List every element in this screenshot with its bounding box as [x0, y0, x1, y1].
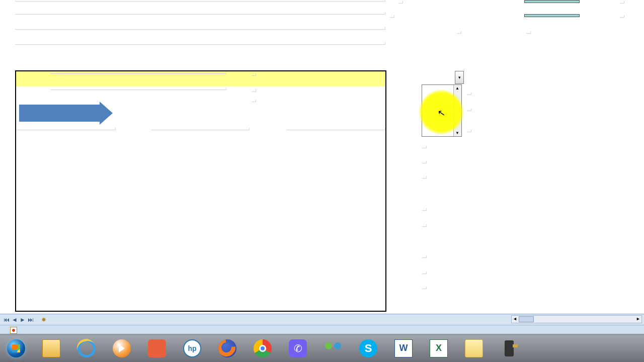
media-player-icon[interactable] — [110, 337, 134, 359]
chrome-icon[interactable] — [251, 337, 275, 359]
value-rollend — [620, 15, 624, 18]
sheet-tab-bar: ⏮ ◄ ► ⏭ ✸ — [0, 314, 644, 325]
info-cols — [422, 272, 427, 274]
dropdown-scrollbar[interactable] — [453, 85, 461, 136]
new-sheet-icon[interactable]: ✸ — [37, 315, 50, 324]
title-line4 — [15, 42, 385, 45]
info-zero — [422, 176, 427, 178]
label-first-cell — [390, 15, 394, 18]
title-line2 — [15, 12, 385, 15]
input-sheet-name[interactable] — [524, 0, 580, 3]
note-minmax — [252, 73, 256, 76]
bench-header-a — [17, 128, 116, 130]
total-candidates — [50, 87, 226, 90]
note-calc-2 — [252, 100, 256, 102]
value-rollstart — [620, 1, 624, 4]
title-line1 — [15, 0, 385, 2]
status-bar — [0, 325, 644, 335]
start-orb[interactable] — [4, 337, 28, 359]
people-icon[interactable] — [321, 337, 345, 359]
input-first-cell[interactable] — [524, 14, 580, 17]
roll-range — [50, 71, 226, 74]
label-sheet-name — [398, 1, 403, 4]
bench-header-b — [151, 128, 250, 130]
info-rows23 — [422, 287, 427, 289]
info-assigned — [467, 109, 471, 111]
device-icon[interactable] — [497, 337, 521, 359]
tab-nav[interactable]: ⏮ ◄ ► ⏭ — [0, 316, 37, 323]
excel-icon[interactable]: X — [427, 337, 451, 359]
tab-prev-icon[interactable]: ◄ — [11, 316, 18, 323]
info-print — [422, 255, 427, 258]
tab-next-icon[interactable]: ► — [19, 316, 26, 323]
horizontal-scrollbar[interactable] — [511, 315, 642, 323]
info-vals67 — [422, 224, 427, 227]
entrance-arrow — [19, 105, 100, 122]
info-seats — [467, 93, 471, 95]
notes-icon[interactable] — [462, 337, 486, 359]
note-calc-1 — [252, 89, 256, 92]
macro-record-icon[interactable] — [10, 327, 17, 334]
viber-icon[interactable]: ✆ — [286, 337, 310, 359]
label-created-ref — [457, 31, 461, 34]
tab-last-icon[interactable]: ⏭ — [27, 316, 34, 323]
info-then — [422, 161, 427, 163]
info-rows14 — [422, 208, 427, 211]
bench-header-c — [287, 128, 385, 130]
dropdown-list[interactable] — [422, 84, 462, 137]
firefox-icon[interactable] — [215, 337, 239, 359]
value-created-ref — [526, 31, 531, 34]
skype-icon[interactable]: S — [356, 337, 380, 359]
taskbar: hp ✆ S W X — [0, 334, 644, 362]
hp-icon[interactable]: hp — [180, 337, 204, 359]
info-copy — [467, 130, 471, 132]
dropdown-button[interactable]: ▾ — [455, 71, 464, 84]
file-explorer-icon[interactable] — [39, 337, 63, 359]
scroll-thumb[interactable] — [519, 316, 534, 322]
tab-first-icon[interactable]: ⏮ — [3, 316, 10, 323]
reader-icon[interactable] — [145, 337, 169, 359]
title-line3 — [15, 27, 385, 30]
info-change — [422, 146, 427, 148]
word-icon[interactable]: W — [391, 337, 416, 359]
ie-icon[interactable] — [74, 337, 99, 359]
